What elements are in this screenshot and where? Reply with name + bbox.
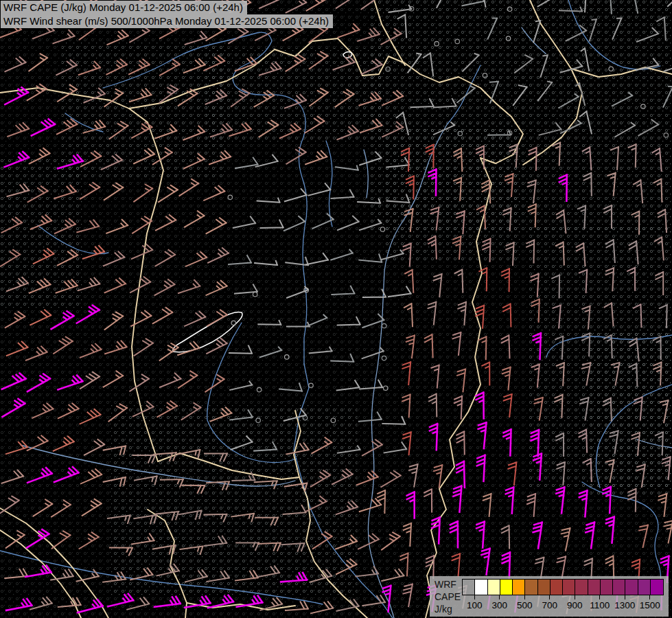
- weather-map-viewport: WRF CAPE (J/kg) Monday 01-12-2025 06:00 …: [0, 0, 672, 618]
- legend-tick-mark: [474, 595, 475, 599]
- title-shear-text: WRF Wind shear (m/s) 500/1000hPa Monday …: [3, 15, 329, 27]
- legend-color-cell: [500, 580, 513, 595]
- legend-tick-mark: [549, 595, 550, 599]
- legend-tick-scale: 100300500700900110013001500: [462, 595, 662, 615]
- legend-tick-mark: [649, 595, 650, 599]
- legend-tick-label: 300: [491, 600, 507, 610]
- legend-tick-label: 500: [517, 600, 533, 610]
- legend-labels: WRF CAPE J/kg: [435, 578, 461, 615]
- legend-color-cell: [575, 580, 588, 595]
- legend-tick-mark: [524, 595, 525, 599]
- cape-legend: WRF CAPE J/kg 10030050070090011001300150…: [430, 576, 669, 617]
- legend-tick-label: 1500: [640, 600, 660, 610]
- map-canvas: [0, 0, 672, 618]
- legend-color-cell: [551, 580, 563, 595]
- legend-color-cell: [475, 580, 487, 595]
- legend-label-model: WRF: [435, 578, 461, 591]
- legend-color-cell: [613, 580, 625, 595]
- title-cape-text: WRF CAPE (J/kg) Monday 01-12-2025 06:00 …: [3, 1, 243, 13]
- title-line-cape: WRF CAPE (J/kg) Monday 01-12-2025 06:00 …: [1, 1, 247, 14]
- legend-tick-label: 1100: [590, 600, 610, 610]
- legend-color-cell: [601, 580, 613, 595]
- legend-label-parameter: CAPE: [435, 591, 461, 603]
- legend-color-strip: [462, 579, 664, 595]
- legend-color-cell: [463, 580, 475, 595]
- legend-color-cell: [651, 580, 663, 595]
- legend-color-cell: [625, 580, 638, 595]
- legend-tick-mark: [499, 595, 500, 599]
- legend-tick-label: 900: [567, 600, 583, 610]
- legend-color-cell: [538, 580, 551, 595]
- legend-tick-label: 1300: [614, 600, 635, 610]
- legend-color-cell: [488, 580, 500, 595]
- legend-color-cell: [588, 580, 601, 595]
- legend-color-cell: [525, 580, 537, 595]
- legend-color-cell: [563, 580, 575, 595]
- legend-tick-label: 100: [467, 600, 483, 610]
- title-line-shear: WRF Wind shear (m/s) 500/1000hPa Monday …: [1, 14, 333, 28]
- legend-tick-mark: [625, 595, 625, 599]
- legend-label-unit: J/kg: [435, 603, 461, 615]
- legend-color-cell: [638, 580, 651, 595]
- legend-color-cell: [513, 580, 525, 595]
- legend-tick-mark: [599, 595, 600, 599]
- legend-tick-label: 700: [542, 600, 557, 610]
- legend-tick-mark: [575, 595, 575, 599]
